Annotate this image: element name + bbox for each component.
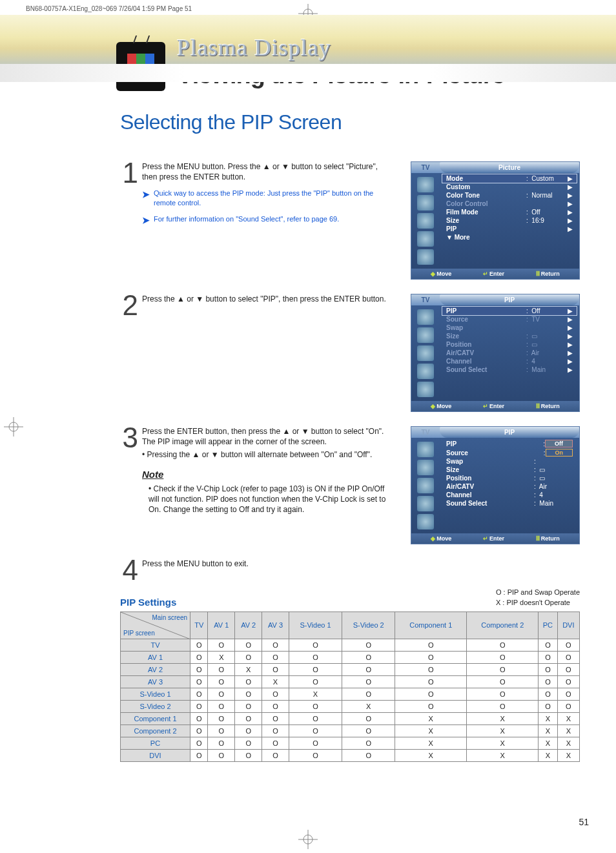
table-cell: O <box>235 639 262 651</box>
table-cell: O <box>208 688 235 700</box>
pip-off-option: Off <box>545 440 573 447</box>
table-col-header: PC <box>539 611 557 639</box>
table-cell: O <box>235 651 262 663</box>
osd-row: Sound Select: Main▶ <box>442 365 577 374</box>
table-cell: O <box>289 639 342 651</box>
table-cell: O <box>262 737 289 749</box>
step1-tip1: Quick way to access the PIP mode: Just p… <box>154 189 394 208</box>
table-cell: O <box>342 737 395 749</box>
table-cell: O <box>235 688 262 700</box>
osd-icon <box>417 177 434 192</box>
table-cell: X <box>557 725 579 737</box>
table-row: AV 3OOOXOOOOOO <box>121 675 580 688</box>
table-cell: O <box>262 688 289 700</box>
osd-icon <box>417 309 434 325</box>
table-cell: O <box>557 639 579 651</box>
table-col-header: Component 1 <box>395 611 467 639</box>
table-cell: O <box>342 749 395 761</box>
table-cell: O <box>208 725 235 737</box>
osd-icon <box>417 460 434 475</box>
table-cell: O <box>208 663 235 675</box>
table-row-header: PC <box>121 737 190 749</box>
table-cell: O <box>289 712 342 725</box>
table-cell: O <box>342 688 395 700</box>
table-cell: O <box>557 663 579 675</box>
table-cell: X <box>467 737 539 749</box>
table-cell: O <box>539 675 557 688</box>
table-row: S-Video 2OOOOOXOOOO <box>121 700 580 712</box>
table-cell: O <box>235 712 262 725</box>
table-cell: O <box>208 700 235 712</box>
step1-text: Press the MENU button. Press the ▲ or ▼ … <box>142 161 394 182</box>
table-cell: X <box>395 725 467 737</box>
registration-mark-bottom-icon <box>298 830 318 849</box>
table-cell: O <box>289 651 342 663</box>
osd-row: Custom▶ <box>442 183 577 191</box>
osd-icon <box>417 249 434 265</box>
table-cell: O <box>262 700 289 712</box>
table-cell: X <box>395 749 467 761</box>
table-row: DVIOOOOOOXXXX <box>121 749 580 761</box>
table-cell: X <box>395 737 467 749</box>
table-cell: O <box>342 712 395 725</box>
table-cell: O <box>262 725 289 737</box>
osd-row: Size: ▭▶ <box>442 332 577 340</box>
table-row-header: S-Video 2 <box>121 700 190 712</box>
note-body: • Check if the V-Chip Lock (refer to pag… <box>142 484 394 515</box>
table-cell: O <box>467 675 539 688</box>
table-cell: O <box>289 749 342 761</box>
table-cell: O <box>208 749 235 761</box>
osd-icon <box>417 514 434 529</box>
table-cell: X <box>557 749 579 761</box>
osd-icon <box>417 382 434 397</box>
table-cell: O <box>395 688 467 700</box>
table-row: Component 2OOOOOOXXXX <box>121 725 580 737</box>
table-col-header: Component 2 <box>467 611 539 639</box>
osd-footer: ◆Move↵EnterⅢReturn <box>411 533 579 544</box>
table-cell: O <box>289 663 342 675</box>
table-cell: O <box>467 688 539 700</box>
table-row-header: TV <box>121 639 190 651</box>
table-cell: O <box>208 639 235 651</box>
table-col-header: S-Video 1 <box>289 611 342 639</box>
table-cell: O <box>395 675 467 688</box>
osd-icon <box>417 478 434 493</box>
table-cell: O <box>342 675 395 688</box>
osd-icon <box>417 345 434 361</box>
header-band: Plasma Display Viewing the Picture-in-Pi… <box>0 15 616 73</box>
osd-picture-menu: TVPicture Mode: Custom▶Custom▶Color Tone… <box>411 161 580 280</box>
table-cell: O <box>539 688 557 700</box>
table-cell: O <box>342 651 395 663</box>
svg-point-3 <box>303 835 313 844</box>
table-cell: O <box>342 663 395 675</box>
page-number: 51 <box>579 817 589 827</box>
pip-on-option: On <box>546 449 573 457</box>
table-cell: X <box>539 737 557 749</box>
table-cell: O <box>342 639 395 651</box>
table-cell: O <box>208 712 235 725</box>
table-col-header: AV 3 <box>262 611 289 639</box>
osd-icon <box>417 442 434 457</box>
table-cell: O <box>208 737 235 749</box>
table-row-header: S-Video 1 <box>121 688 190 700</box>
table-cell: O <box>539 663 557 675</box>
table-cell: O <box>190 700 208 712</box>
osd-row: Mode: Custom▶ <box>442 174 577 183</box>
osd-source: TV <box>411 427 440 438</box>
osd-row: Source: On <box>442 448 577 457</box>
table-row: TVOOOOOOOOOO <box>121 639 580 651</box>
table-row-header: AV 1 <box>121 651 190 663</box>
table-cell: O <box>235 675 262 688</box>
tip-arrow-icon: ➤ <box>142 214 150 227</box>
step-number: 1 <box>120 161 138 184</box>
table-cell: X <box>467 725 539 737</box>
table-cell: O <box>539 639 557 651</box>
table-cell: X <box>342 700 395 712</box>
table-cell: O <box>190 663 208 675</box>
table-cell: O <box>235 700 262 712</box>
pip-settings-heading: PIP Settings <box>120 597 176 608</box>
osd-row: Source: TV▶ <box>442 315 577 324</box>
table-cell: O <box>262 749 289 761</box>
table-row-header: AV 3 <box>121 675 190 688</box>
table-row-header: AV 2 <box>121 663 190 675</box>
